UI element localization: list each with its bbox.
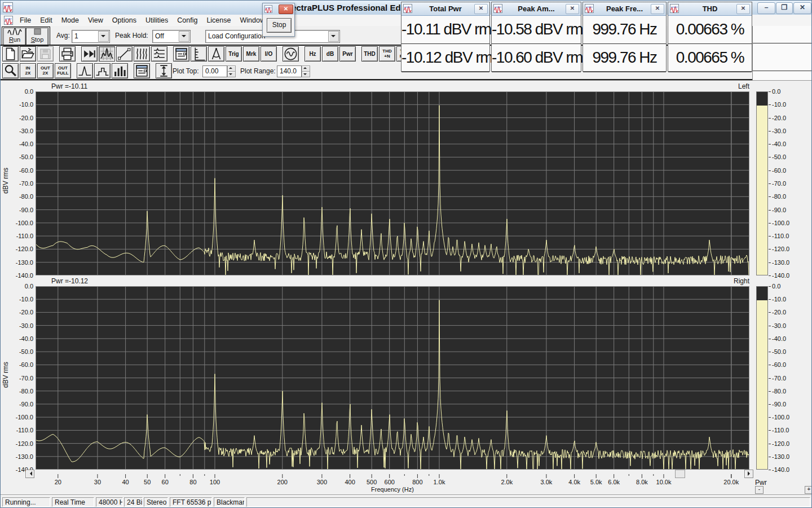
meter-tick bbox=[769, 104, 771, 105]
run-continuous[interactable] bbox=[81, 46, 98, 62]
x-tick-label: 80 bbox=[180, 479, 205, 485]
units-db[interactable]: dB bbox=[322, 46, 338, 62]
status-segment-1: Real Time bbox=[52, 497, 94, 507]
menu-license[interactable]: License bbox=[202, 15, 235, 26]
panel-titlebar[interactable]: Peak Fre...✕ bbox=[583, 2, 666, 16]
stop-button[interactable]: Stop bbox=[26, 28, 48, 46]
menu-edit[interactable]: Edit bbox=[36, 15, 57, 26]
close-button[interactable]: ✕ bbox=[793, 2, 811, 14]
display-options-2[interactable] bbox=[134, 63, 150, 78]
x-tick-label: 4.0k bbox=[562, 479, 587, 485]
markers[interactable]: Mrk bbox=[243, 46, 259, 62]
menu-options[interactable]: Options bbox=[108, 15, 141, 26]
left-plot-power-readout: Pwr =-10.11 bbox=[51, 82, 87, 90]
trigger[interactable]: Trig bbox=[226, 46, 242, 62]
panel-value: -10.58 dBV rms bbox=[492, 20, 590, 38]
meter-tick-label: -40.0 bbox=[772, 335, 786, 342]
plot-range-spinner[interactable] bbox=[302, 65, 309, 76]
panel-titlebar[interactable]: Peak Am...✕ bbox=[492, 2, 581, 16]
panel-titlebar[interactable]: Total Pwr✕ bbox=[401, 2, 489, 16]
panel-titlebar[interactable]: THD✕ bbox=[668, 2, 752, 16]
units-pwr[interactable]: Pwr bbox=[339, 46, 356, 62]
units-hz[interactable]: Hz bbox=[304, 46, 321, 62]
meter-tick-label: -30.0 bbox=[772, 322, 786, 329]
print[interactable] bbox=[59, 46, 76, 62]
menu-config[interactable]: Config bbox=[173, 15, 202, 26]
peak-hold-select[interactable]: Off bbox=[152, 30, 191, 43]
zoom-tool[interactable] bbox=[2, 63, 19, 78]
spectrum-plot-left[interactable] bbox=[36, 91, 749, 275]
app-waveform-icon bbox=[3, 2, 13, 12]
y-tick-label: -20.0 bbox=[7, 115, 33, 121]
restore-button[interactable]: ❐ bbox=[776, 2, 793, 14]
meter-tick bbox=[769, 144, 771, 144]
save-file[interactable] bbox=[37, 46, 54, 62]
menu-mode[interactable]: Mode bbox=[57, 15, 83, 26]
waterfall-view[interactable] bbox=[134, 46, 150, 62]
window-title: SpectraPLUS Professional Edition bbox=[281, 3, 418, 12]
app-icon bbox=[493, 4, 502, 13]
open-file[interactable] bbox=[20, 46, 36, 62]
avg-dropdown-arrow[interactable] bbox=[98, 31, 109, 42]
panel-close-button[interactable]: ✕ bbox=[474, 4, 488, 14]
stop-dialog-close-button[interactable]: ✕ bbox=[279, 5, 293, 14]
minimize-button[interactable]: – bbox=[757, 2, 775, 14]
bar-display[interactable] bbox=[112, 63, 128, 78]
menu-file[interactable]: File bbox=[15, 15, 36, 26]
avg-select[interactable]: 1 bbox=[72, 30, 110, 43]
spectrum-view[interactable] bbox=[99, 46, 115, 62]
thd-plus-n[interactable]: THD+N bbox=[379, 46, 395, 62]
load-configuration-dropdown-arrow[interactable] bbox=[328, 31, 339, 42]
plot-range-input[interactable]: 140.0 bbox=[277, 65, 302, 77]
y-tick-label: -80.0 bbox=[7, 193, 33, 200]
run-button[interactable]: Run bbox=[3, 28, 26, 46]
menu-utilities[interactable]: Utilities bbox=[141, 15, 173, 26]
meter-tick-label: -10.0 bbox=[772, 101, 786, 108]
signal-generator[interactable] bbox=[283, 46, 299, 62]
x-tick-label: 800 bbox=[405, 479, 430, 485]
meter-zoom-in-button[interactable]: + bbox=[805, 486, 812, 494]
app-waveform-icon bbox=[670, 4, 679, 13]
measurement-panel-totalpwr: Total Pwr✕-10.11 dBV rms-10.12 dBV rms bbox=[401, 2, 490, 72]
thd[interactable]: THD bbox=[361, 46, 378, 62]
panel-close-button[interactable]: ✕ bbox=[736, 4, 750, 14]
step-display[interactable] bbox=[94, 63, 111, 78]
menu-view[interactable]: View bbox=[83, 15, 108, 26]
y-tick-label: -60.0 bbox=[7, 361, 33, 368]
load-configuration-value: Load Configuration bbox=[208, 32, 265, 40]
calipers[interactable] bbox=[208, 46, 224, 62]
phase-view[interactable] bbox=[116, 46, 133, 62]
h-scrollbar-thumb[interactable] bbox=[675, 470, 685, 478]
panel-value: 999.76 Hz bbox=[592, 20, 656, 38]
meter-tick-label: -70.0 bbox=[772, 180, 786, 187]
zoom-in-2x[interactable]: IN2X bbox=[20, 63, 36, 78]
peak-display[interactable] bbox=[77, 63, 93, 78]
io-device[interactable]: I/O bbox=[261, 46, 277, 62]
spectrogram-view[interactable] bbox=[151, 46, 167, 62]
zoom-out-2x[interactable]: OUT2X bbox=[37, 63, 54, 78]
printer-icon bbox=[60, 47, 75, 61]
meter-tick bbox=[769, 170, 771, 171]
stop-dialog-titlebar[interactable]: ✕ bbox=[263, 3, 294, 15]
chevron-down-icon bbox=[229, 73, 232, 77]
spin-down-button[interactable] bbox=[302, 71, 310, 77]
spectrum-plot-right[interactable] bbox=[36, 286, 749, 470]
vertical-range[interactable] bbox=[156, 63, 172, 78]
meter-tick bbox=[769, 91, 771, 92]
meter-zoom-out-button[interactable]: - bbox=[755, 486, 764, 494]
panel-close-button[interactable]: ✕ bbox=[651, 4, 664, 14]
scroll-right-button[interactable] bbox=[744, 470, 753, 478]
zoom-out-full[interactable]: OUTFULL bbox=[55, 63, 71, 78]
peak-hold-dropdown-arrow[interactable] bbox=[179, 31, 189, 42]
plot-top-input[interactable]: 0.00 bbox=[202, 65, 227, 77]
scale-settings[interactable] bbox=[191, 46, 207, 62]
meter-tick-label: -50.0 bbox=[772, 348, 786, 355]
panel-close-button[interactable]: ✕ bbox=[566, 4, 579, 14]
new-file[interactable] bbox=[2, 46, 19, 62]
scroll-left-button[interactable] bbox=[25, 470, 34, 478]
plot-top-spinner[interactable] bbox=[227, 65, 235, 76]
spin-down-button[interactable] bbox=[227, 71, 236, 77]
status-segment-0: Running... bbox=[2, 497, 50, 507]
stop-dialog-stop-button[interactable]: Stop bbox=[267, 18, 292, 33]
display-options[interactable] bbox=[173, 46, 189, 62]
